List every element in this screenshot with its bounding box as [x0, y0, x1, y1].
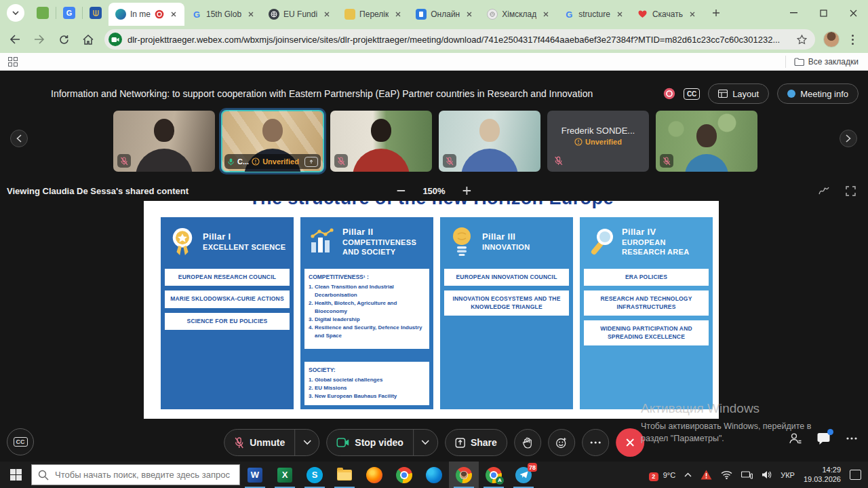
pin-video-button[interactable]	[304, 157, 318, 167]
bookmark-star-icon[interactable]	[795, 33, 808, 46]
participant-video-tile[interactable]	[656, 111, 757, 172]
pinned-tab-translate-icon[interactable]: G	[63, 7, 75, 19]
maximize-button[interactable]	[808, 0, 838, 26]
close-window-button[interactable]	[838, 0, 868, 26]
language-indicator[interactable]: УКР	[781, 471, 795, 479]
taskbar-chrome[interactable]	[389, 462, 419, 488]
unmute-button[interactable]: Unmute	[224, 430, 294, 455]
close-icon[interactable]	[393, 9, 403, 20]
chat-panel-button[interactable]	[817, 432, 831, 445]
apps-grid-icon[interactable]	[8, 57, 18, 67]
wifi-icon[interactable]	[721, 470, 732, 479]
tab-search-button[interactable]	[7, 4, 24, 22]
stop-video-label: Stop video	[355, 437, 403, 448]
participant-video-tile[interactable]	[113, 111, 215, 172]
webex-meeting-window: Information and Networking: to support c…	[0, 71, 868, 462]
captions-button[interactable]: CC	[7, 428, 34, 455]
clock[interactable]: 14:29 19.03.2026	[804, 466, 841, 485]
panel-more-options-button[interactable]	[846, 437, 857, 440]
pillar-label: Pillar I	[203, 231, 285, 242]
all-bookmarks-button[interactable]: Все закладки	[785, 56, 859, 68]
refresh-button[interactable]	[54, 30, 73, 49]
video-options-button[interactable]	[413, 430, 437, 455]
taskbar-file-explorer[interactable]	[330, 462, 359, 488]
participants-panel-button[interactable]	[789, 432, 802, 445]
webex-camera-icon	[108, 33, 122, 46]
close-icon[interactable]	[614, 9, 625, 20]
taskbar-telegram[interactable]: 78	[509, 462, 538, 488]
close-icon[interactable]	[464, 9, 475, 20]
closed-captions-indicator[interactable]: CC	[684, 88, 700, 100]
list-heading: COMPETITIVENESS¹ :	[309, 273, 425, 282]
stop-video-button[interactable]: Stop video	[327, 430, 413, 455]
zoom-out-button[interactable]	[397, 190, 405, 192]
back-button[interactable]	[5, 30, 24, 49]
audio-options-button[interactable]	[294, 430, 319, 455]
active-speaker-tile[interactable]: C... Unverified	[222, 111, 323, 172]
profile-avatar[interactable]	[823, 31, 840, 48]
hardware-icon[interactable]	[741, 471, 753, 479]
temperature-label[interactable]: 9°C	[663, 471, 675, 479]
unverified-icon	[252, 157, 260, 166]
taskbar-excel[interactable]: X	[270, 462, 300, 488]
speaker-icon[interactable]	[762, 470, 772, 479]
participant-tile-video-off[interactable]: Frederik SONDE... Unverified	[547, 111, 649, 172]
annotate-icon[interactable]	[818, 186, 829, 195]
close-icon[interactable]	[540, 9, 551, 20]
record-indicator-icon[interactable]	[663, 88, 675, 100]
tab-online[interactable]: Онлайн	[409, 3, 480, 26]
url-text[interactable]: dlr-projekttraeger.webex.com/wbxmjs/join…	[127, 35, 791, 45]
taskbar-edge[interactable]	[419, 462, 449, 488]
share-button[interactable]: Share	[446, 430, 507, 455]
close-icon[interactable]	[245, 9, 256, 20]
tab-15th-global[interactable]: G 15th Glob	[184, 3, 262, 26]
taskbar-chrome-profile[interactable]	[449, 462, 479, 488]
meeting-info-button[interactable]: Meeting info	[777, 83, 859, 104]
taskbar-word[interactable]: W	[240, 462, 270, 488]
participant-video-tile[interactable]	[330, 111, 432, 172]
raise-hand-button[interactable]	[514, 429, 541, 456]
taskbar-skype[interactable]: S	[300, 462, 330, 488]
new-tab-button[interactable]	[707, 4, 725, 22]
start-button[interactable]	[0, 462, 31, 488]
forward-button[interactable]	[30, 30, 49, 49]
tab-himsklad[interactable]: Хімсклад	[480, 3, 557, 26]
scroll-right-button[interactable]	[840, 130, 857, 147]
address-bar[interactable]: dlr-projekttraeger.webex.com/wbxmjs/join…	[104, 29, 815, 50]
tab-eu-funding[interactable]: EU Fundi	[262, 3, 338, 26]
pillar-box: EUROPEAN INNOVATION COUNCIL	[444, 269, 569, 286]
participant-video-tile[interactable]	[439, 111, 540, 172]
pinned-tab-trident-icon[interactable]	[90, 7, 102, 19]
notification-center-icon[interactable]	[850, 470, 861, 480]
close-icon[interactable]	[321, 9, 332, 20]
all-bookmarks-label: Все закладки	[808, 57, 859, 67]
leave-meeting-button[interactable]	[616, 428, 644, 457]
browser-menu-button[interactable]	[845, 31, 860, 48]
taskbar-search[interactable]	[31, 464, 240, 485]
zoom-in-button[interactable]	[463, 187, 471, 195]
pinned-tab-shop-icon[interactable]	[37, 7, 49, 19]
tab-structure[interactable]: G structure	[557, 3, 631, 26]
search-input[interactable]	[32, 465, 239, 485]
close-icon[interactable]	[687, 9, 698, 20]
scroll-left-button[interactable]	[10, 130, 28, 147]
search-icon	[38, 470, 49, 481]
trident-icon	[93, 10, 99, 17]
bar-chart-icon	[307, 227, 337, 256]
home-button[interactable]	[79, 30, 98, 49]
tab-perelik[interactable]: Перелік	[338, 3, 409, 26]
taskbar-chrome-profile-a[interactable]: A	[479, 462, 509, 488]
list-item: 4. Resilience and Security, Defence Indu…	[309, 324, 425, 340]
more-options-button[interactable]	[582, 429, 609, 456]
reactions-button[interactable]	[548, 429, 575, 456]
minimize-button[interactable]	[778, 0, 808, 26]
close-icon[interactable]	[168, 9, 179, 20]
pillar-label: Pillar III	[482, 231, 530, 242]
expand-fullscreen-icon[interactable]	[846, 186, 856, 196]
taskbar-firefox[interactable]	[359, 462, 389, 488]
layout-button[interactable]: Layout	[708, 83, 769, 104]
tab-skachat[interactable]: Скачать	[631, 3, 703, 26]
tab-webex-meeting[interactable]: In me	[108, 3, 184, 26]
tray-expand-button[interactable]	[684, 472, 692, 477]
security-warning-icon[interactable]	[701, 470, 712, 480]
